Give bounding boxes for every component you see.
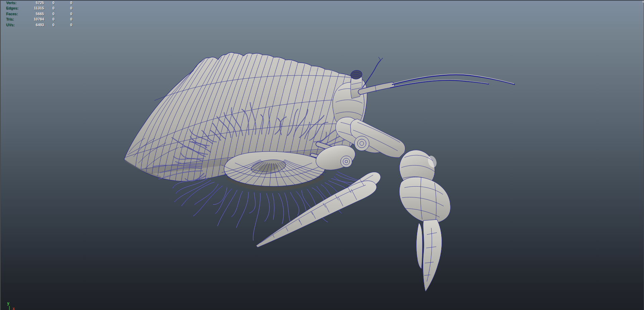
hud-value: 5665 bbox=[18, 12, 44, 16]
maya-viewport[interactable]: Verts: 5725 0 0 Edges: 11315 0 0 Faces: … bbox=[0, 0, 644, 310]
hud-label: Faces: bbox=[6, 12, 18, 16]
seta bbox=[279, 193, 284, 224]
hud-value: 6493 bbox=[18, 23, 44, 27]
hud-value: 0 bbox=[61, 23, 72, 27]
seta bbox=[279, 193, 284, 224]
seta bbox=[237, 192, 249, 228]
hermit-crab-model bbox=[0, 0, 644, 310]
claw-fixed-finger bbox=[423, 220, 442, 292]
panel-corner-notch bbox=[642, 1, 644, 3]
seta bbox=[215, 189, 232, 213]
hud-value: 0 bbox=[44, 1, 54, 5]
claw-dactyl bbox=[416, 223, 423, 269]
hud-label: Tris: bbox=[6, 17, 14, 21]
seta bbox=[232, 191, 243, 217]
long-antenna-1-core bbox=[392, 74, 514, 84]
viewport-left-border bbox=[0, 0, 1, 310]
seta bbox=[237, 192, 249, 228]
viewport-top-border bbox=[0, 0, 644, 1]
hud-value: 0 bbox=[61, 12, 72, 16]
seta bbox=[290, 192, 299, 215]
seta bbox=[265, 193, 269, 222]
seta bbox=[217, 190, 237, 226]
hud-value: 0 bbox=[44, 6, 54, 10]
hud-value: 0 bbox=[61, 6, 72, 10]
seta bbox=[175, 180, 211, 202]
hud-value: 0 bbox=[61, 1, 72, 5]
hud-value: 0 bbox=[44, 12, 54, 16]
hud-label: Edges: bbox=[6, 6, 18, 10]
antennae bbox=[361, 57, 515, 92]
seta bbox=[253, 193, 260, 240]
shell-aperture-lip bbox=[221, 151, 326, 191]
claw-palm bbox=[399, 177, 450, 223]
hud-value: 0 bbox=[61, 17, 72, 21]
small-antenna bbox=[362, 60, 381, 88]
seta bbox=[249, 193, 255, 213]
hud-label: UVs: bbox=[6, 23, 14, 27]
seta bbox=[215, 189, 232, 213]
hud-label: Verts: bbox=[6, 1, 16, 5]
hud-value: 10784 bbox=[18, 17, 44, 21]
hud-value: 0 bbox=[44, 23, 54, 27]
small-antenna-fork bbox=[379, 57, 383, 60]
seta bbox=[285, 193, 291, 224]
hud-value: 5725 bbox=[18, 1, 44, 5]
hud-value: 0 bbox=[44, 17, 54, 21]
seta bbox=[253, 193, 260, 240]
hud-value: 11315 bbox=[18, 6, 44, 10]
seta bbox=[290, 192, 299, 215]
seta bbox=[213, 187, 227, 205]
